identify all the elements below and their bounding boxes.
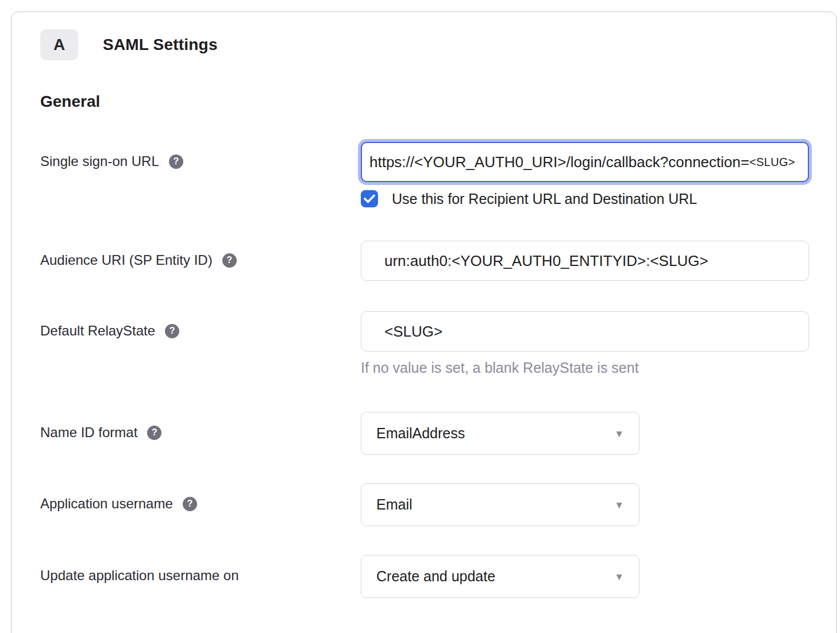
- appuser-selected-value: Email: [376, 496, 413, 513]
- help-icon[interactable]: ?: [183, 497, 197, 511]
- row-update-application-username: Update application username on Create an…: [40, 555, 808, 598]
- sso-label-wrap: Single sign-on URL ?: [40, 142, 361, 169]
- nameid-label: Name ID format: [40, 424, 137, 441]
- chevron-down-icon: ▼: [614, 572, 624, 581]
- chevron-down-icon: ▼: [614, 500, 624, 510]
- card-header: A SAML Settings: [40, 29, 808, 60]
- updateuser-selected-value: Create and update: [376, 568, 495, 585]
- sso-value-main: https://<YOUR_AUTH0_URI>/login/callback?…: [369, 153, 749, 171]
- default-relaystate-input[interactable]: <SLUG>: [361, 311, 809, 352]
- audience-label-wrap: Audience URI (SP Entity ID) ?: [40, 241, 361, 268]
- checkmark-icon: [364, 194, 375, 203]
- audience-control: urn:auth0:<YOUR_AUTH0_ENTITYID>:<SLUG>: [361, 241, 809, 281]
- row-name-id-format: Name ID format ? EmailAddress ▼: [40, 412, 808, 455]
- help-icon[interactable]: ?: [147, 426, 161, 440]
- row-single-sign-on-url: Single sign-on URL ? https://<YOUR_AUTH0…: [40, 142, 808, 207]
- page-title: SAML Settings: [103, 36, 218, 54]
- name-id-format-select[interactable]: EmailAddress ▼: [361, 412, 639, 455]
- appuser-control: Email ▼: [361, 483, 808, 526]
- chevron-down-icon: ▼: [614, 429, 624, 438]
- relay-control: <SLUG> If no value is set, a blank Relay…: [361, 311, 809, 376]
- nameid-label-wrap: Name ID format ?: [40, 412, 361, 441]
- saml-settings-card: A SAML Settings General Single sign-on U…: [11, 11, 837, 633]
- updateuser-label-wrap: Update application username on: [40, 555, 361, 584]
- relay-helper-text: If no value is set, a blank RelayState i…: [361, 360, 809, 376]
- sso-label: Single sign-on URL: [40, 153, 159, 169]
- sso-checkbox-row: Use this for Recipient URL and Destinati…: [361, 190, 809, 207]
- row-default-relaystate: Default RelayState ? <SLUG> If no value …: [40, 311, 808, 376]
- nameid-selected-value: EmailAddress: [376, 425, 465, 442]
- appuser-label: Application username: [40, 496, 173, 512]
- help-icon[interactable]: ?: [169, 155, 183, 169]
- audience-label: Audience URI (SP Entity ID): [40, 252, 213, 268]
- row-application-username: Application username ? Email ▼: [40, 483, 808, 526]
- sso-control: https://<YOUR_AUTH0_URI>/login/callback?…: [361, 142, 809, 207]
- relay-value: <SLUG>: [384, 323, 442, 341]
- sso-value-slug: <SLUG>: [749, 156, 795, 169]
- appuser-label-wrap: Application username ?: [40, 483, 361, 512]
- recipient-url-checkbox-label[interactable]: Use this for Recipient URL and Destinati…: [392, 191, 697, 207]
- relay-label-wrap: Default RelayState ?: [40, 311, 361, 339]
- row-audience-uri: Audience URI (SP Entity ID) ? urn:auth0:…: [40, 241, 808, 281]
- nameid-control: EmailAddress ▼: [361, 412, 808, 455]
- audience-uri-input[interactable]: urn:auth0:<YOUR_AUTH0_ENTITYID>:<SLUG>: [361, 241, 809, 281]
- single-sign-on-url-input[interactable]: https://<YOUR_AUTH0_URI>/login/callback?…: [361, 142, 809, 182]
- step-badge: A: [40, 29, 78, 60]
- recipient-url-checkbox[interactable]: [361, 190, 378, 207]
- updateuser-control: Create and update ▼: [361, 555, 808, 598]
- help-icon[interactable]: ?: [222, 253, 237, 268]
- audience-value: urn:auth0:<YOUR_AUTH0_ENTITYID>:<SLUG>: [384, 252, 708, 270]
- update-application-username-select[interactable]: Create and update ▼: [361, 555, 639, 598]
- help-icon[interactable]: ?: [165, 324, 179, 338]
- relay-label: Default RelayState: [40, 323, 155, 339]
- section-heading-general: General: [40, 92, 808, 111]
- updateuser-label: Update application username on: [40, 568, 239, 584]
- application-username-select[interactable]: Email ▼: [361, 483, 639, 526]
